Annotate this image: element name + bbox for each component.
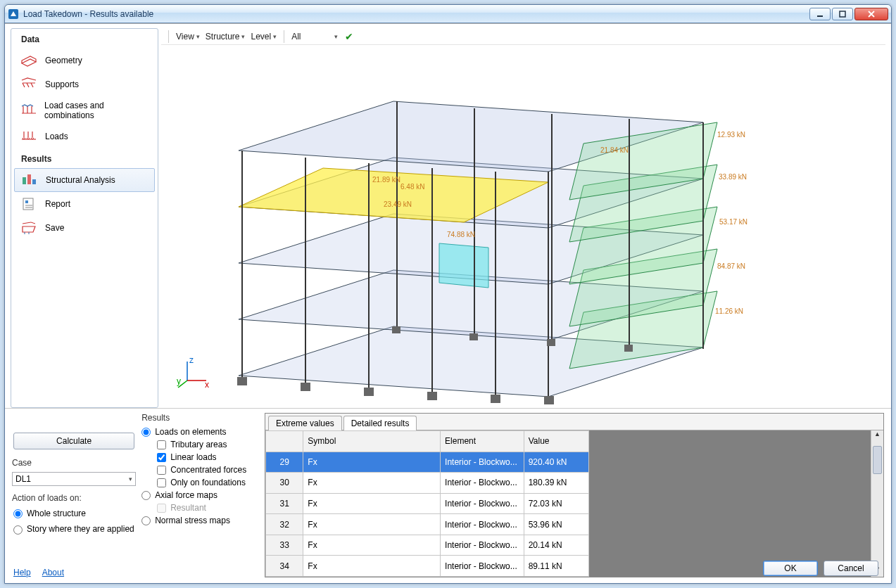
sidebar-item-supports[interactable]: Supports: [11, 72, 158, 96]
app-window: Load Takedown - Results available Data G…: [4, 4, 892, 584]
chk-tributary[interactable]: Tributary areas: [141, 438, 259, 451]
sidebar-heading-data: Data: [11, 29, 158, 49]
supports-icon: [20, 77, 38, 92]
minimize-button[interactable]: [809, 8, 831, 20]
about-link[interactable]: About: [42, 568, 64, 577]
sidebar-item-label: Load cases and combinations: [44, 101, 152, 120]
analysis-icon: [20, 172, 39, 188]
results-header: Results: [141, 413, 259, 423]
geometry-icon: [20, 53, 38, 68]
svg-rect-39: [547, 339, 555, 346]
sidebar-item-geometry[interactable]: Geometry: [11, 49, 158, 72]
sidebar-item-load-cases[interactable]: Load cases and combinations: [11, 96, 158, 124]
sidebar-item-label: Report: [45, 199, 70, 209]
col-symbol[interactable]: Symbol: [303, 431, 441, 452]
report-icon: [20, 196, 38, 212]
radio-whole-structure[interactable]: Whole structure: [12, 507, 136, 520]
chk-concentrated[interactable]: Concentrated forces: [141, 464, 259, 476]
sidebar-item-loads[interactable]: Loads: [11, 124, 158, 148]
load-annot: 6.48 kN: [400, 183, 424, 191]
table-filler: [589, 430, 871, 577]
load-annot: 11.26 kN: [715, 307, 743, 315]
table-row[interactable]: 29FxInterior - Blockwo...920.40 kN: [266, 452, 589, 473]
chk-linear-loads[interactable]: Linear loads: [141, 451, 259, 464]
viewport-toolbar: View▾ Structure▾ Level▾ All▾ ✔: [161, 28, 885, 45]
sidebar-item-label: Save: [45, 223, 64, 233]
table-row[interactable]: 34FxInterior - Blockwo...89.11 kN: [266, 556, 589, 577]
action-label: Action of loads on:: [12, 493, 136, 503]
results-table-area: Extreme values Detailed results Symbol E…: [265, 413, 884, 577]
level-select[interactable]: All▾: [290, 32, 339, 41]
sidebar-item-label: Supports: [45, 79, 79, 89]
help-link[interactable]: Help: [13, 568, 31, 577]
case-label: Case: [12, 458, 136, 468]
sidebar: Data Geometry Supports Load cases and co…: [11, 28, 158, 408]
table-scrollbar[interactable]: ▲▼: [871, 430, 883, 577]
sidebar-item-save[interactable]: Save: [11, 216, 158, 240]
model-viewport[interactable]: 12.93 kN 33.89 kN 53.17 kN 84.87 kN 11.2…: [161, 45, 885, 408]
load-cases-icon: [20, 103, 37, 118]
table-row[interactable]: 30FxInterior - Blockwo...180.39 kN: [266, 473, 589, 494]
loads-icon: [20, 129, 38, 144]
svg-rect-4: [27, 174, 31, 184]
table-row[interactable]: 32FxInterior - Blockwo...53.96 kN: [266, 514, 589, 535]
sidebar-item-label: Geometry: [45, 56, 82, 65]
cancel-button[interactable]: Cancel: [824, 561, 878, 576]
tab-detailed-results[interactable]: Detailed results: [343, 416, 417, 430]
svg-rect-36: [544, 396, 554, 404]
svg-rect-6: [23, 198, 33, 210]
sidebar-item-report[interactable]: Report: [11, 192, 158, 216]
svg-rect-38: [469, 333, 478, 340]
sidebar-item-structural-analysis[interactable]: Structural Analysis: [14, 168, 155, 192]
level-menu[interactable]: Level▾: [249, 32, 278, 41]
save-icon: [20, 220, 38, 236]
svg-rect-31: [237, 377, 247, 385]
svg-text:x: x: [205, 380, 209, 390]
maximize-button[interactable]: [832, 8, 853, 20]
calc-panel: Calculate Case DL1▾ Action of loads on: …: [12, 413, 136, 577]
svg-rect-32: [301, 383, 310, 391]
svg-rect-5: [32, 179, 36, 184]
load-annot: 74.88 kN: [447, 231, 475, 238]
svg-rect-3: [23, 177, 26, 184]
svg-rect-34: [427, 392, 437, 400]
svg-text:z: z: [189, 356, 194, 365]
radio-normal-stress[interactable]: Normal stress maps: [141, 514, 259, 527]
close-button[interactable]: [854, 8, 888, 20]
case-select[interactable]: DL1▾: [12, 472, 136, 486]
window-controls: [809, 8, 888, 20]
radio-loads-on-elements[interactable]: Loads on elements: [141, 426, 259, 438]
sidebar-item-label: Loads: [45, 132, 68, 141]
svg-rect-7: [25, 200, 28, 203]
view-menu[interactable]: View▾: [175, 32, 201, 41]
svg-rect-33: [364, 388, 374, 396]
svg-text:y: y: [177, 376, 181, 386]
calculate-button[interactable]: Calculate: [13, 433, 134, 449]
col-value[interactable]: Value: [524, 431, 588, 452]
table-row[interactable]: 33FxInterior - Blockwo...20.14 kN: [266, 535, 589, 556]
load-annot: 84.87 kN: [717, 262, 745, 270]
results-options: Results Loads on elements Tributary area…: [141, 413, 259, 577]
tab-extreme-values[interactable]: Extreme values: [268, 416, 342, 430]
load-annot: 21.89 kN: [372, 176, 400, 184]
apply-icon[interactable]: ✔: [342, 31, 356, 42]
structure-menu[interactable]: Structure▾: [204, 32, 247, 41]
svg-rect-40: [624, 345, 633, 352]
load-annot: 23.49 kN: [384, 200, 412, 208]
radio-story-applied[interactable]: Story where they are applied: [12, 523, 136, 537]
table-row[interactable]: 31FxInterior - Blockwo...72.03 kN: [266, 493, 589, 514]
chk-resultant: Resultant: [141, 501, 259, 514]
col-element[interactable]: Element: [441, 431, 524, 452]
app-icon: [8, 8, 19, 20]
load-annot: 33.89 kN: [719, 173, 747, 181]
svg-rect-37: [392, 326, 400, 333]
chk-foundations[interactable]: Only on foundations: [141, 476, 259, 489]
axis-gizmo: z x y: [177, 356, 212, 392]
titlebar: Load Takedown - Results available: [5, 5, 891, 23]
results-table[interactable]: Symbol Element Value 29FxInterior - Bloc…: [265, 430, 589, 577]
radio-axial-maps[interactable]: Axial force maps: [141, 489, 259, 501]
sidebar-heading-results: Results: [11, 148, 158, 168]
window-title: Load Takedown - Results available: [23, 9, 153, 19]
ok-button[interactable]: OK: [763, 561, 818, 576]
sidebar-item-label: Structural Analysis: [46, 175, 115, 185]
